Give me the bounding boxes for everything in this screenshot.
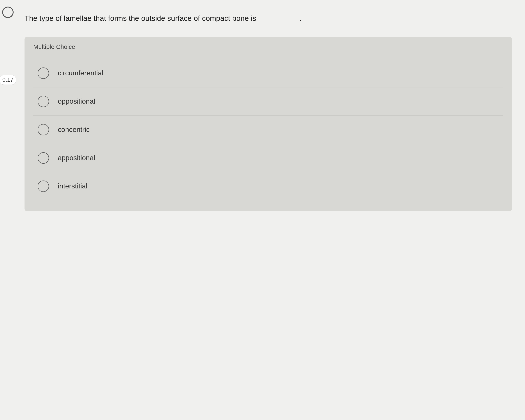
choice-item-d[interactable]: appositional: [33, 144, 503, 172]
timer-badge: 0:17: [0, 75, 16, 85]
main-content: The type of lamellae that forms the outs…: [16, 0, 525, 420]
choice-label-a: circumferential: [58, 69, 103, 77]
left-sidebar: 0:17: [0, 0, 16, 420]
choice-label-b: oppositional: [58, 97, 95, 105]
choice-item-e[interactable]: interstitial: [33, 172, 503, 200]
choice-item-b[interactable]: oppositional: [33, 87, 503, 116]
progress-circle: [2, 7, 14, 18]
question-text: The type of lamellae that forms the outs…: [25, 9, 512, 24]
choices-list: circumferentialoppositionalconcentricapp…: [33, 59, 503, 200]
answer-section: Multiple Choice circumferentialoppositio…: [25, 37, 512, 211]
radio-a[interactable]: [38, 67, 49, 79]
radio-e[interactable]: [38, 181, 49, 192]
section-label: Multiple Choice: [33, 43, 503, 50]
choice-item-a[interactable]: circumferential: [33, 59, 503, 87]
radio-c[interactable]: [38, 124, 49, 135]
choice-label-d: appositional: [58, 154, 95, 162]
radio-d[interactable]: [38, 152, 49, 164]
choice-label-e: interstitial: [58, 182, 87, 190]
page-container: 0:17 The type of lamellae that forms the…: [0, 0, 525, 420]
choice-label-c: concentric: [58, 125, 90, 134]
choice-item-c[interactable]: concentric: [33, 116, 503, 144]
radio-b[interactable]: [38, 96, 49, 107]
